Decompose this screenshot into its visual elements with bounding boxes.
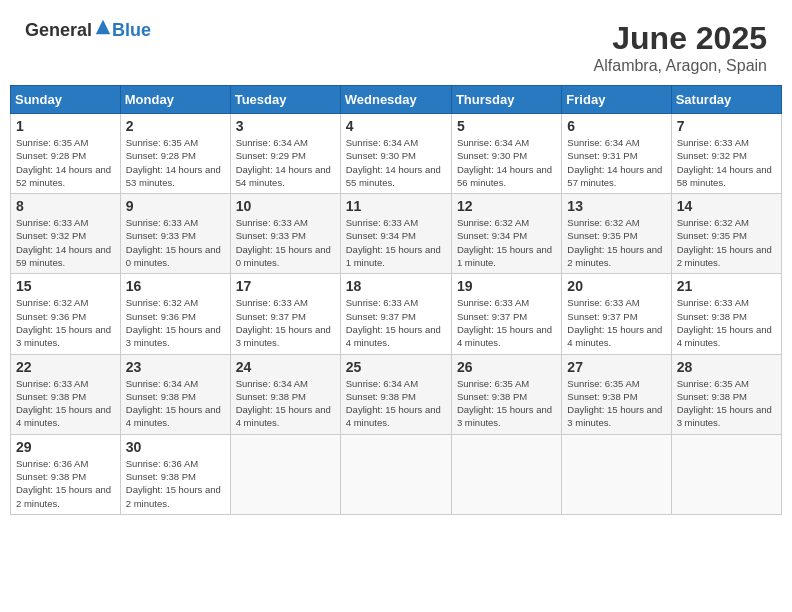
day-info: Sunrise: 6:32 AMSunset: 9:35 PMDaylight:…	[677, 216, 776, 269]
day-number: 9	[126, 198, 225, 214]
calendar-cell: 29Sunrise: 6:36 AMSunset: 9:38 PMDayligh…	[11, 434, 121, 514]
day-info: Sunrise: 6:34 AMSunset: 9:29 PMDaylight:…	[236, 136, 335, 189]
day-number: 10	[236, 198, 335, 214]
day-info: Sunrise: 6:36 AMSunset: 9:38 PMDaylight:…	[16, 457, 115, 510]
day-number: 4	[346, 118, 446, 134]
calendar-cell: 5Sunrise: 6:34 AMSunset: 9:30 PMDaylight…	[451, 114, 561, 194]
day-info: Sunrise: 6:34 AMSunset: 9:38 PMDaylight:…	[346, 377, 446, 430]
calendar-cell: 3Sunrise: 6:34 AMSunset: 9:29 PMDaylight…	[230, 114, 340, 194]
day-info: Sunrise: 6:35 AMSunset: 9:38 PMDaylight:…	[677, 377, 776, 430]
calendar-cell: 16Sunrise: 6:32 AMSunset: 9:36 PMDayligh…	[120, 274, 230, 354]
calendar-cell	[671, 434, 781, 514]
calendar-cell: 27Sunrise: 6:35 AMSunset: 9:38 PMDayligh…	[562, 354, 671, 434]
calendar-cell	[340, 434, 451, 514]
calendar-cell: 1Sunrise: 6:35 AMSunset: 9:28 PMDaylight…	[11, 114, 121, 194]
day-info: Sunrise: 6:35 AMSunset: 9:38 PMDaylight:…	[567, 377, 665, 430]
day-number: 21	[677, 278, 776, 294]
day-info: Sunrise: 6:33 AMSunset: 9:38 PMDaylight:…	[677, 296, 776, 349]
day-number: 18	[346, 278, 446, 294]
calendar-cell: 18Sunrise: 6:33 AMSunset: 9:37 PMDayligh…	[340, 274, 451, 354]
logo-general-text: General	[25, 20, 92, 40]
day-info: Sunrise: 6:32 AMSunset: 9:35 PMDaylight:…	[567, 216, 665, 269]
day-number: 25	[346, 359, 446, 375]
day-number: 17	[236, 278, 335, 294]
day-info: Sunrise: 6:33 AMSunset: 9:34 PMDaylight:…	[346, 216, 446, 269]
weekday-header-wednesday: Wednesday	[340, 86, 451, 114]
day-info: Sunrise: 6:33 AMSunset: 9:38 PMDaylight:…	[16, 377, 115, 430]
weekday-header-friday: Friday	[562, 86, 671, 114]
calendar-week-1: 1Sunrise: 6:35 AMSunset: 9:28 PMDaylight…	[11, 114, 782, 194]
logo: General Blue	[25, 20, 151, 41]
calendar-cell: 19Sunrise: 6:33 AMSunset: 9:37 PMDayligh…	[451, 274, 561, 354]
day-number: 1	[16, 118, 115, 134]
day-number: 16	[126, 278, 225, 294]
calendar-cell: 6Sunrise: 6:34 AMSunset: 9:31 PMDaylight…	[562, 114, 671, 194]
title-section: June 2025 Alfambra, Aragon, Spain	[594, 20, 767, 75]
day-info: Sunrise: 6:32 AMSunset: 9:36 PMDaylight:…	[16, 296, 115, 349]
calendar-cell: 22Sunrise: 6:33 AMSunset: 9:38 PMDayligh…	[11, 354, 121, 434]
day-info: Sunrise: 6:33 AMSunset: 9:32 PMDaylight:…	[677, 136, 776, 189]
day-info: Sunrise: 6:33 AMSunset: 9:37 PMDaylight:…	[457, 296, 556, 349]
calendar-cell: 12Sunrise: 6:32 AMSunset: 9:34 PMDayligh…	[451, 194, 561, 274]
day-number: 22	[16, 359, 115, 375]
day-info: Sunrise: 6:35 AMSunset: 9:28 PMDaylight:…	[126, 136, 225, 189]
calendar-cell: 20Sunrise: 6:33 AMSunset: 9:37 PMDayligh…	[562, 274, 671, 354]
calendar-cell: 30Sunrise: 6:36 AMSunset: 9:38 PMDayligh…	[120, 434, 230, 514]
day-number: 5	[457, 118, 556, 134]
day-number: 26	[457, 359, 556, 375]
day-number: 19	[457, 278, 556, 294]
month-title: June 2025	[594, 20, 767, 57]
location-title: Alfambra, Aragon, Spain	[594, 57, 767, 75]
day-number: 14	[677, 198, 776, 214]
day-info: Sunrise: 6:33 AMSunset: 9:37 PMDaylight:…	[236, 296, 335, 349]
calendar-cell: 28Sunrise: 6:35 AMSunset: 9:38 PMDayligh…	[671, 354, 781, 434]
day-number: 28	[677, 359, 776, 375]
day-number: 7	[677, 118, 776, 134]
calendar-cell: 9Sunrise: 6:33 AMSunset: 9:33 PMDaylight…	[120, 194, 230, 274]
calendar-cell: 4Sunrise: 6:34 AMSunset: 9:30 PMDaylight…	[340, 114, 451, 194]
calendar-cell: 14Sunrise: 6:32 AMSunset: 9:35 PMDayligh…	[671, 194, 781, 274]
day-info: Sunrise: 6:33 AMSunset: 9:33 PMDaylight:…	[236, 216, 335, 269]
weekday-header-tuesday: Tuesday	[230, 86, 340, 114]
day-number: 13	[567, 198, 665, 214]
day-info: Sunrise: 6:33 AMSunset: 9:37 PMDaylight:…	[567, 296, 665, 349]
day-info: Sunrise: 6:32 AMSunset: 9:34 PMDaylight:…	[457, 216, 556, 269]
calendar-week-4: 22Sunrise: 6:33 AMSunset: 9:38 PMDayligh…	[11, 354, 782, 434]
day-info: Sunrise: 6:32 AMSunset: 9:36 PMDaylight:…	[126, 296, 225, 349]
calendar-cell: 7Sunrise: 6:33 AMSunset: 9:32 PMDaylight…	[671, 114, 781, 194]
day-number: 29	[16, 439, 115, 455]
calendar-cell: 21Sunrise: 6:33 AMSunset: 9:38 PMDayligh…	[671, 274, 781, 354]
calendar-cell: 17Sunrise: 6:33 AMSunset: 9:37 PMDayligh…	[230, 274, 340, 354]
calendar-cell: 13Sunrise: 6:32 AMSunset: 9:35 PMDayligh…	[562, 194, 671, 274]
svg-marker-0	[96, 20, 110, 34]
day-number: 12	[457, 198, 556, 214]
day-number: 24	[236, 359, 335, 375]
logo-blue-text: Blue	[112, 20, 151, 40]
calendar-header-row: SundayMondayTuesdayWednesdayThursdayFrid…	[11, 86, 782, 114]
day-info: Sunrise: 6:34 AMSunset: 9:38 PMDaylight:…	[126, 377, 225, 430]
weekday-header-thursday: Thursday	[451, 86, 561, 114]
calendar-week-2: 8Sunrise: 6:33 AMSunset: 9:32 PMDaylight…	[11, 194, 782, 274]
calendar-cell: 2Sunrise: 6:35 AMSunset: 9:28 PMDaylight…	[120, 114, 230, 194]
calendar-cell	[451, 434, 561, 514]
calendar-cell	[562, 434, 671, 514]
calendar-cell: 10Sunrise: 6:33 AMSunset: 9:33 PMDayligh…	[230, 194, 340, 274]
day-number: 27	[567, 359, 665, 375]
logo-icon	[94, 18, 112, 36]
calendar-cell: 11Sunrise: 6:33 AMSunset: 9:34 PMDayligh…	[340, 194, 451, 274]
day-info: Sunrise: 6:34 AMSunset: 9:30 PMDaylight:…	[457, 136, 556, 189]
day-number: 2	[126, 118, 225, 134]
day-info: Sunrise: 6:33 AMSunset: 9:33 PMDaylight:…	[126, 216, 225, 269]
day-info: Sunrise: 6:34 AMSunset: 9:31 PMDaylight:…	[567, 136, 665, 189]
day-number: 15	[16, 278, 115, 294]
day-number: 30	[126, 439, 225, 455]
calendar-cell: 23Sunrise: 6:34 AMSunset: 9:38 PMDayligh…	[120, 354, 230, 434]
calendar-week-3: 15Sunrise: 6:32 AMSunset: 9:36 PMDayligh…	[11, 274, 782, 354]
weekday-header-sunday: Sunday	[11, 86, 121, 114]
day-info: Sunrise: 6:36 AMSunset: 9:38 PMDaylight:…	[126, 457, 225, 510]
day-number: 3	[236, 118, 335, 134]
calendar-week-5: 29Sunrise: 6:36 AMSunset: 9:38 PMDayligh…	[11, 434, 782, 514]
day-number: 6	[567, 118, 665, 134]
day-number: 23	[126, 359, 225, 375]
day-number: 11	[346, 198, 446, 214]
